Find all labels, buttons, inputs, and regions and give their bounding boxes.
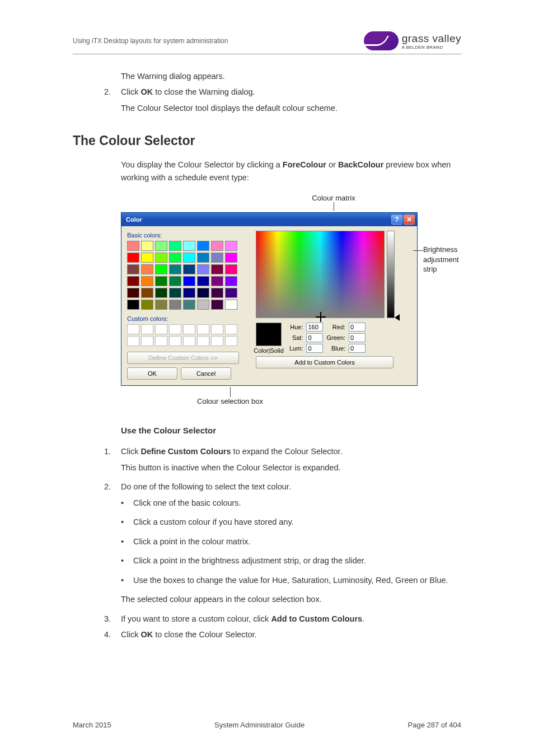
basic-color-swatch[interactable] — [155, 241, 167, 251]
basic-color-swatch[interactable] — [197, 264, 209, 274]
basic-color-swatch[interactable] — [211, 241, 223, 251]
basic-color-swatch[interactable] — [197, 300, 209, 310]
step-number: 4. — [104, 628, 113, 641]
basic-color-swatch[interactable] — [127, 288, 139, 298]
green-input[interactable] — [349, 333, 366, 342]
basic-color-swatch[interactable] — [141, 300, 153, 310]
basic-color-swatch[interactable] — [197, 276, 209, 286]
basic-color-swatch[interactable] — [225, 241, 237, 251]
basic-color-swatch[interactable] — [211, 253, 223, 263]
basic-color-swatch[interactable] — [183, 288, 195, 298]
basic-color-swatch[interactable] — [141, 276, 153, 286]
custom-color-swatch[interactable] — [155, 336, 167, 346]
basic-color-swatch[interactable] — [197, 288, 209, 298]
brightness-slider-icon[interactable] — [395, 314, 400, 321]
custom-colors-label: Custom colors: — [127, 315, 250, 322]
custom-color-swatch[interactable] — [127, 336, 139, 346]
bullet-icon: • — [121, 535, 127, 548]
colour-selector-figure: Colour matrix Color ? ✕ Basic colors: — [121, 194, 457, 405]
intro-line3: The Colour Selector tool displays the de… — [121, 102, 461, 114]
basic-color-swatch[interactable] — [169, 288, 181, 298]
custom-color-swatch[interactable] — [183, 336, 195, 346]
running-header: Using iTX Desktop layouts for system adm… — [73, 31, 461, 50]
brightness-strip[interactable] — [387, 231, 395, 318]
add-custom-button[interactable]: Add to Custom Colors — [256, 356, 394, 368]
custom-color-swatch[interactable] — [155, 324, 167, 334]
basic-color-swatch[interactable] — [169, 276, 181, 286]
basic-color-swatch[interactable] — [127, 264, 139, 274]
basic-color-swatch[interactable] — [155, 300, 167, 310]
bullet-text: Click a point in the colour matrix. — [133, 535, 251, 548]
basic-color-swatch[interactable] — [211, 276, 223, 286]
custom-color-swatch[interactable] — [183, 324, 195, 334]
basic-color-swatch[interactable] — [211, 288, 223, 298]
basic-color-swatch[interactable] — [183, 276, 195, 286]
colour-matrix[interactable] — [256, 231, 385, 318]
basic-color-swatch[interactable] — [225, 288, 237, 298]
basic-color-swatch[interactable] — [141, 253, 153, 263]
sat-label: Sat: — [289, 334, 303, 341]
basic-color-swatch[interactable] — [183, 264, 195, 274]
custom-color-swatch[interactable] — [211, 324, 223, 334]
red-label: Red: — [326, 324, 345, 330]
custom-color-swatch[interactable] — [127, 324, 139, 334]
basic-color-swatch[interactable] — [141, 241, 153, 251]
custom-color-swatch[interactable] — [225, 336, 237, 346]
basic-color-swatch[interactable] — [197, 241, 209, 251]
custom-color-swatch[interactable] — [169, 324, 181, 334]
step-text: Click Define Custom Colours to expand th… — [121, 445, 343, 458]
section-intro: You display the Colour Selector by click… — [121, 158, 461, 184]
close-button[interactable]: ✕ — [404, 214, 415, 225]
help-button[interactable]: ? — [391, 214, 402, 225]
basic-color-swatch[interactable] — [225, 264, 237, 274]
basic-color-swatch[interactable] — [141, 264, 153, 274]
basic-color-swatch[interactable] — [225, 253, 237, 263]
lum-input[interactable] — [306, 344, 323, 353]
dialog-title: Color — [126, 216, 142, 223]
basic-color-swatch[interactable] — [155, 253, 167, 263]
basic-color-swatch[interactable] — [169, 241, 181, 251]
custom-color-swatch[interactable] — [211, 336, 223, 346]
green-label: Green: — [326, 334, 345, 341]
basic-color-swatch[interactable] — [155, 264, 167, 274]
custom-colors-grid — [127, 324, 250, 346]
basic-color-swatch[interactable] — [211, 264, 223, 274]
custom-color-swatch[interactable] — [225, 324, 237, 334]
basic-color-swatch[interactable] — [169, 300, 181, 310]
basic-color-swatch[interactable] — [141, 288, 153, 298]
basic-color-swatch[interactable] — [183, 241, 195, 251]
basic-color-swatch[interactable] — [183, 253, 195, 263]
cancel-button[interactable]: Cancel — [181, 367, 231, 380]
basic-color-swatch[interactable] — [169, 264, 181, 274]
custom-color-swatch[interactable] — [197, 324, 209, 334]
hue-input[interactable] — [306, 323, 323, 332]
step-text: Click OK to close the Colour Selector. — [121, 628, 257, 641]
basic-color-swatch[interactable] — [197, 253, 209, 263]
basic-color-swatch[interactable] — [211, 300, 223, 310]
basic-color-swatch[interactable] — [155, 276, 167, 286]
dialog-titlebar[interactable]: Color ? ✕ — [121, 213, 417, 226]
basic-color-swatch[interactable] — [127, 300, 139, 310]
basic-color-swatch[interactable] — [127, 253, 139, 263]
blue-input[interactable] — [349, 344, 366, 353]
step-note: The selected colour appears in the colou… — [121, 593, 461, 605]
hue-label: Hue: — [289, 324, 303, 330]
custom-color-swatch[interactable] — [197, 336, 209, 346]
basic-color-swatch[interactable] — [169, 253, 181, 263]
red-input[interactable] — [349, 323, 366, 332]
intro-line1: The Warning dialog appears. — [121, 70, 461, 82]
basic-color-swatch[interactable] — [225, 300, 237, 310]
custom-color-swatch[interactable] — [141, 324, 153, 334]
custom-color-swatch[interactable] — [141, 336, 153, 346]
basic-color-swatch[interactable] — [127, 276, 139, 286]
sat-input[interactable] — [306, 333, 323, 342]
ok-button[interactable]: OK — [127, 367, 177, 380]
annotation-line — [413, 250, 423, 251]
basic-color-swatch[interactable] — [183, 300, 195, 310]
basic-color-swatch[interactable] — [127, 241, 139, 251]
bullet-icon: • — [121, 497, 127, 509]
define-custom-button[interactable]: Define Custom Colors >> — [127, 352, 239, 364]
custom-color-swatch[interactable] — [169, 336, 181, 346]
basic-color-swatch[interactable] — [155, 288, 167, 298]
basic-color-swatch[interactable] — [225, 276, 237, 286]
